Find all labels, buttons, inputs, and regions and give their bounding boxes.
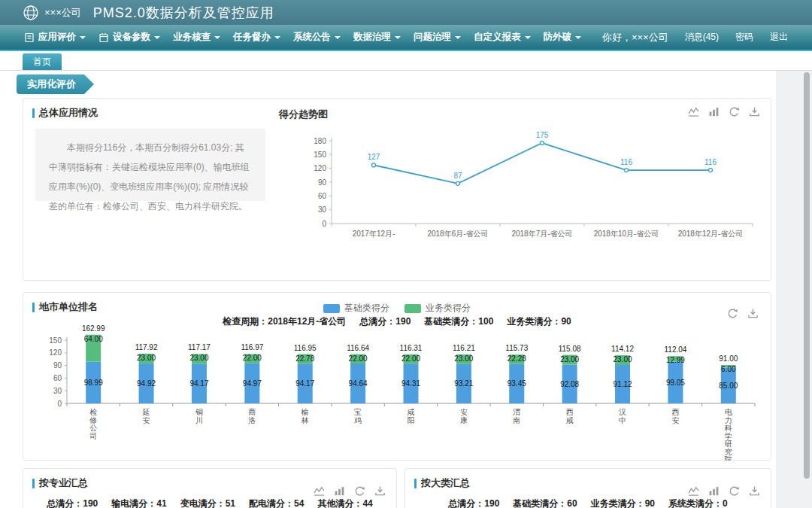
legend-swatch — [404, 304, 421, 313]
header-bar: ×××公司 PMS2.0数据分析及管控应用 — [0, 0, 812, 25]
nav-item-问题治理[interactable]: 问题治理 — [414, 31, 461, 44]
category-title: 按大类汇总 — [421, 476, 470, 490]
tab-strip: 首页 — [0, 51, 812, 71]
nav-item-任务督办[interactable]: 任务督办 — [233, 31, 280, 44]
svg-text:127: 127 — [368, 153, 380, 161]
svg-text:120: 120 — [314, 164, 326, 172]
stat-变电满分: 变电满分：51 — [180, 498, 235, 508]
messages-link[interactable]: 消息(45) — [685, 31, 719, 44]
device-icon — [98, 32, 109, 43]
bar-chart-icon[interactable] — [708, 485, 720, 497]
svg-text:93.21: 93.21 — [454, 379, 473, 388]
svg-text:162.99: 162.99 — [82, 324, 105, 333]
chevron-down-icon — [455, 36, 461, 39]
nav-item-label: 系统公告 — [293, 31, 331, 44]
svg-text:94.97: 94.97 — [243, 379, 262, 388]
svg-text:2018年10月-省公司: 2018年10月-省公司 — [594, 230, 659, 238]
legend-label: 基础类得分 — [344, 302, 389, 315]
svg-text:114.12: 114.12 — [611, 345, 634, 353]
refresh-icon[interactable] — [729, 106, 740, 117]
password-link[interactable]: 密码 — [735, 31, 753, 44]
form-icon — [24, 32, 35, 43]
legend-item-业务类得分[interactable]: 业务类得分 — [404, 302, 471, 315]
svg-text:116.64: 116.64 — [347, 344, 369, 352]
download-icon[interactable] — [747, 308, 759, 319]
svg-text:150: 150 — [314, 151, 326, 159]
svg-text:93.45: 93.45 — [508, 379, 526, 388]
svg-text:安康: 安康 — [460, 408, 468, 424]
svg-text:渭南: 渭南 — [513, 408, 520, 424]
svg-text:电力科学研究院: 电力科学研究院 — [725, 408, 733, 461]
download-icon[interactable] — [749, 106, 760, 117]
svg-text:116.21: 116.21 — [453, 344, 475, 352]
legend-item-基础类得分[interactable]: 基础类得分 — [323, 302, 389, 315]
download-icon[interactable] — [749, 485, 760, 497]
nav-menu: 应用评价设备参数业务核查任务督办系统公告数据治理问题治理自定义报表防外破 — [24, 31, 581, 44]
svg-text:112.04: 112.04 — [665, 345, 687, 354]
line-chart-icon[interactable] — [314, 485, 325, 497]
nav-item-设备参数[interactable]: 设备参数 — [98, 31, 160, 44]
svg-text:2018年6月-省公司: 2018年6月-省公司 — [427, 230, 488, 238]
svg-text:22.00: 22.00 — [243, 354, 262, 362]
nav-item-label: 问题治理 — [414, 31, 451, 44]
svg-text:116: 116 — [620, 158, 632, 166]
svg-text:2018年7月-省公司: 2018年7月-省公司 — [511, 230, 572, 238]
title-accent-bar — [32, 108, 35, 118]
line-chart-icon[interactable] — [688, 485, 699, 497]
svg-text:23.00: 23.00 — [454, 354, 473, 363]
chevron-down-icon — [274, 36, 280, 39]
nav-item-自定义报表[interactable]: 自定义报表 — [474, 31, 531, 44]
svg-text:116.95: 116.95 — [294, 344, 317, 352]
refresh-icon[interactable] — [727, 308, 738, 319]
svg-text:23.00: 23.00 — [614, 355, 632, 364]
globe-logo-icon — [23, 5, 39, 21]
svg-text:2018年12月-省公司: 2018年12月-省公司 — [678, 230, 744, 238]
section-badge[interactable]: 实用化评价 — [17, 75, 94, 94]
nav-item-数据治理[interactable]: 数据治理 — [353, 31, 401, 44]
svg-text:30: 30 — [318, 205, 327, 214]
chevron-down-icon — [525, 36, 531, 39]
svg-text:91.00: 91.00 — [719, 354, 738, 363]
nav-user-area: 你好，×××公司 消息(45) 密码 退出 — [602, 31, 788, 44]
bar-chart-icon[interactable] — [334, 485, 345, 497]
tab-home[interactable]: 首页 — [23, 53, 62, 70]
svg-text:咸阳: 咸阳 — [408, 408, 415, 424]
svg-text:150: 150 — [49, 336, 62, 345]
logout-link[interactable]: 退出 — [770, 31, 788, 44]
stat-输电满分: 输电满分：41 — [111, 498, 166, 508]
refresh-icon[interactable] — [354, 485, 365, 497]
nav-item-业务核查[interactable]: 业务核查 — [173, 31, 220, 44]
stat-总满分: 总满分：190 — [448, 498, 499, 508]
chevron-down-icon — [214, 36, 220, 39]
bar-chart-icon[interactable] — [708, 106, 720, 117]
stat-系统类满分: 系统类满分：0 — [668, 498, 728, 508]
svg-text:64.00: 64.00 — [84, 335, 103, 343]
download-icon[interactable] — [374, 485, 386, 497]
category-toolbar — [688, 485, 760, 497]
chevron-down-icon — [335, 36, 341, 39]
nav-item-应用评价[interactable]: 应用评价 — [24, 31, 86, 44]
svg-text:94.31: 94.31 — [401, 379, 420, 388]
company-name: ×××公司 — [44, 6, 81, 20]
svg-text:榆林: 榆林 — [301, 408, 309, 424]
by-category-card: 按大类汇总 总满分：190基础类满分：60业务类满分：90系统类满分：0 — [404, 468, 771, 508]
svg-text:115.73: 115.73 — [505, 344, 528, 352]
ranking-card: 地市单位排名 基础类得分业务类得分 检查周期：2018年12月-省公司总满分：1… — [23, 292, 771, 461]
stat-配电满分: 配电满分：54 — [249, 498, 304, 508]
chevron-down-icon — [80, 36, 86, 39]
stat-其他满分: 其他满分：44 — [317, 498, 372, 508]
company-logo: ×××公司 — [23, 5, 81, 21]
svg-text:60: 60 — [318, 192, 327, 200]
refresh-icon[interactable] — [729, 485, 740, 497]
title-accent-bar — [414, 479, 417, 488]
svg-text:2017年12月-: 2017年12月- — [353, 230, 395, 238]
scrollbar-thumb[interactable] — [804, 72, 810, 479]
category-title-row: 按大类汇总 — [414, 476, 470, 490]
trend-toolbar — [688, 106, 760, 117]
svg-text:23.00: 23.00 — [189, 354, 208, 362]
legend-label: 业务类得分 — [426, 302, 471, 315]
nav-item-防外破[interactable]: 防外破 — [544, 31, 582, 44]
nav-item-系统公告[interactable]: 系统公告 — [293, 31, 341, 44]
nav-item-label: 设备参数 — [113, 31, 150, 44]
line-chart-icon[interactable] — [688, 106, 699, 117]
